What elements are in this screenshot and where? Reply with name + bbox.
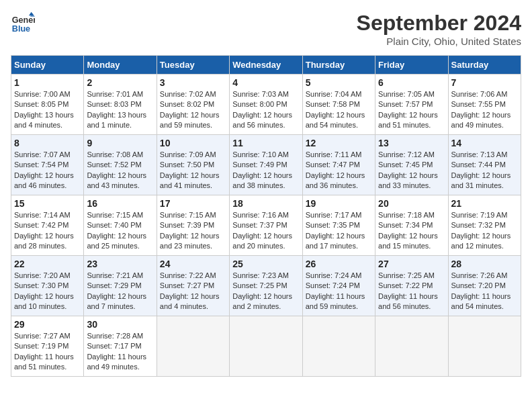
calendar-cell: 5Sunrise: 7:04 AMSunset: 7:58 PMDaylight… (302, 75, 375, 135)
sunset-text: Sunset: 7:57 PM (378, 99, 445, 109)
sunset-text: Sunset: 7:29 PM (87, 281, 153, 291)
header-saturday: Saturday (448, 56, 521, 75)
day-info: Sunrise: 7:08 AMSunset: 7:52 PMDaylight:… (87, 150, 153, 191)
sunset-text: Sunset: 7:19 PM (14, 341, 81, 351)
header-sunday: Sunday (11, 56, 84, 75)
day-number: 1 (14, 77, 81, 88)
calendar-cell: 14Sunrise: 7:13 AMSunset: 7:44 PMDayligh… (448, 135, 521, 195)
calendar-cell: 21Sunrise: 7:19 AMSunset: 7:32 PMDayligh… (448, 195, 521, 256)
sunset-text: Sunset: 7:47 PM (306, 160, 372, 170)
sunset-text: Sunset: 7:30 PM (14, 281, 81, 291)
day-info: Sunrise: 7:18 AMSunset: 7:34 PMDaylight:… (378, 210, 445, 252)
sunrise-text: Sunrise: 7:17 AM (306, 210, 372, 220)
daylight-text: Daylight: 12 hoursand 49 minutes. (451, 110, 518, 131)
sunrise-text: Sunrise: 7:05 AM (378, 89, 445, 99)
daylight-text: Daylight: 13 hoursand 1 minute. (87, 110, 153, 131)
sunrise-text: Sunrise: 7:10 AM (232, 150, 299, 160)
day-info: Sunrise: 7:24 AMSunset: 7:24 PMDaylight:… (306, 271, 372, 312)
calendar-cell: 8Sunrise: 7:07 AMSunset: 7:54 PMDaylight… (11, 135, 84, 195)
day-number: 22 (14, 259, 81, 269)
sunset-text: Sunset: 8:00 PM (232, 99, 299, 109)
day-number: 11 (232, 138, 299, 148)
calendar-cell: 4Sunrise: 7:03 AMSunset: 8:00 PMDaylight… (230, 75, 302, 135)
sunrise-text: Sunrise: 7:14 AM (14, 210, 81, 220)
sunrise-text: Sunrise: 7:25 AM (378, 271, 445, 281)
sunset-text: Sunset: 8:05 PM (14, 99, 81, 109)
day-info: Sunrise: 7:15 AMSunset: 7:40 PMDaylight:… (87, 210, 153, 252)
calendar-cell: 2Sunrise: 7:01 AMSunset: 8:03 PMDaylight… (84, 75, 157, 135)
calendar-week-row: 8Sunrise: 7:07 AMSunset: 7:54 PMDaylight… (11, 135, 521, 195)
sunset-text: Sunset: 7:55 PM (451, 99, 518, 109)
day-info: Sunrise: 7:11 AMSunset: 7:47 PMDaylight:… (306, 150, 372, 191)
daylight-text: Daylight: 12 hoursand 36 minutes. (306, 171, 372, 191)
calendar-cell: 1Sunrise: 7:00 AMSunset: 8:05 PMDaylight… (11, 75, 84, 135)
day-number: 14 (451, 138, 518, 148)
day-number: 30 (87, 319, 153, 330)
sunset-text: Sunset: 7:24 PM (306, 281, 372, 291)
day-info: Sunrise: 7:04 AMSunset: 7:58 PMDaylight:… (306, 89, 372, 131)
sunrise-text: Sunrise: 7:08 AM (87, 150, 153, 160)
day-info: Sunrise: 7:12 AMSunset: 7:45 PMDaylight:… (378, 150, 445, 191)
sunrise-text: Sunrise: 7:16 AM (232, 210, 299, 220)
calendar-cell (375, 316, 448, 377)
calendar-cell: 23Sunrise: 7:21 AMSunset: 7:29 PMDayligh… (84, 256, 157, 316)
sunset-text: Sunset: 7:27 PM (160, 281, 226, 291)
calendar-cell: 6Sunrise: 7:05 AMSunset: 7:57 PMDaylight… (375, 75, 448, 135)
calendar-cell: 24Sunrise: 7:22 AMSunset: 7:27 PMDayligh… (157, 256, 229, 316)
day-info: Sunrise: 7:09 AMSunset: 7:50 PMDaylight:… (160, 150, 226, 191)
calendar-cell: 7Sunrise: 7:06 AMSunset: 7:55 PMDaylight… (448, 75, 521, 135)
day-info: Sunrise: 7:15 AMSunset: 7:39 PMDaylight:… (160, 210, 226, 252)
day-info: Sunrise: 7:28 AMSunset: 7:17 PMDaylight:… (87, 331, 153, 373)
header-monday: Monday (84, 56, 157, 75)
calendar-cell: 11Sunrise: 7:10 AMSunset: 7:49 PMDayligh… (230, 135, 302, 195)
daylight-text: Daylight: 12 hoursand 33 minutes. (378, 171, 445, 191)
calendar-cell: 22Sunrise: 7:20 AMSunset: 7:30 PMDayligh… (11, 256, 84, 316)
logo: General Blue (11, 11, 35, 35)
day-info: Sunrise: 7:26 AMSunset: 7:20 PMDaylight:… (451, 271, 518, 312)
sunrise-text: Sunrise: 7:13 AM (451, 150, 518, 160)
daylight-text: Daylight: 12 hoursand 41 minutes. (160, 171, 226, 191)
daylight-text: Daylight: 12 hoursand 43 minutes. (87, 171, 153, 191)
daylight-text: Daylight: 12 hoursand 54 minutes. (306, 110, 372, 131)
day-info: Sunrise: 7:02 AMSunset: 8:02 PMDaylight:… (160, 89, 226, 131)
calendar-cell: 12Sunrise: 7:11 AMSunset: 7:47 PMDayligh… (302, 135, 375, 195)
calendar: Sunday Monday Tuesday Wednesday Thursday… (11, 55, 521, 377)
sunrise-text: Sunrise: 7:28 AM (87, 331, 153, 341)
daylight-text: Daylight: 12 hoursand 17 minutes. (306, 231, 372, 252)
day-number: 21 (451, 198, 518, 209)
day-info: Sunrise: 7:00 AMSunset: 8:05 PMDaylight:… (14, 89, 81, 131)
calendar-cell (157, 316, 229, 377)
calendar-cell: 25Sunrise: 7:23 AMSunset: 7:25 PMDayligh… (230, 256, 302, 316)
calendar-cell: 3Sunrise: 7:02 AMSunset: 8:02 PMDaylight… (157, 75, 229, 135)
day-number: 25 (232, 259, 299, 269)
day-number: 16 (87, 198, 153, 209)
calendar-cell: 19Sunrise: 7:17 AMSunset: 7:35 PMDayligh… (302, 195, 375, 256)
day-number: 12 (306, 138, 372, 148)
sunrise-text: Sunrise: 7:15 AM (87, 210, 153, 220)
day-number: 2 (87, 77, 153, 88)
sunrise-text: Sunrise: 7:11 AM (306, 150, 372, 160)
calendar-week-row: 1Sunrise: 7:00 AMSunset: 8:05 PMDaylight… (11, 75, 521, 135)
calendar-week-row: 15Sunrise: 7:14 AMSunset: 7:42 PMDayligh… (11, 195, 521, 256)
daylight-text: Daylight: 12 hoursand 20 minutes. (232, 231, 299, 252)
day-info: Sunrise: 7:10 AMSunset: 7:49 PMDaylight:… (232, 150, 299, 191)
sunrise-text: Sunrise: 7:15 AM (160, 210, 226, 220)
day-info: Sunrise: 7:05 AMSunset: 7:57 PMDaylight:… (378, 89, 445, 131)
daylight-text: Daylight: 11 hoursand 59 minutes. (306, 291, 372, 312)
title-block: September 2024 Plain City, Ohio, United … (357, 11, 521, 47)
day-number: 19 (306, 198, 372, 209)
daylight-text: Daylight: 12 hoursand 28 minutes. (14, 231, 81, 252)
calendar-week-row: 29Sunrise: 7:27 AMSunset: 7:19 PMDayligh… (11, 316, 521, 377)
location: Plain City, Ohio, United States (357, 36, 521, 47)
calendar-cell: 26Sunrise: 7:24 AMSunset: 7:24 PMDayligh… (302, 256, 375, 316)
calendar-cell: 10Sunrise: 7:09 AMSunset: 7:50 PMDayligh… (157, 135, 229, 195)
sunset-text: Sunset: 7:37 PM (232, 220, 299, 230)
calendar-cell: 27Sunrise: 7:25 AMSunset: 7:22 PMDayligh… (375, 256, 448, 316)
sunrise-text: Sunrise: 7:27 AM (14, 331, 81, 341)
daylight-text: Daylight: 11 hoursand 56 minutes. (378, 291, 445, 312)
day-info: Sunrise: 7:25 AMSunset: 7:22 PMDaylight:… (378, 271, 445, 312)
daylight-text: Daylight: 13 hoursand 4 minutes. (14, 110, 81, 131)
day-number: 20 (378, 198, 445, 209)
sunrise-text: Sunrise: 7:23 AM (232, 271, 299, 281)
sunrise-text: Sunrise: 7:22 AM (160, 271, 226, 281)
